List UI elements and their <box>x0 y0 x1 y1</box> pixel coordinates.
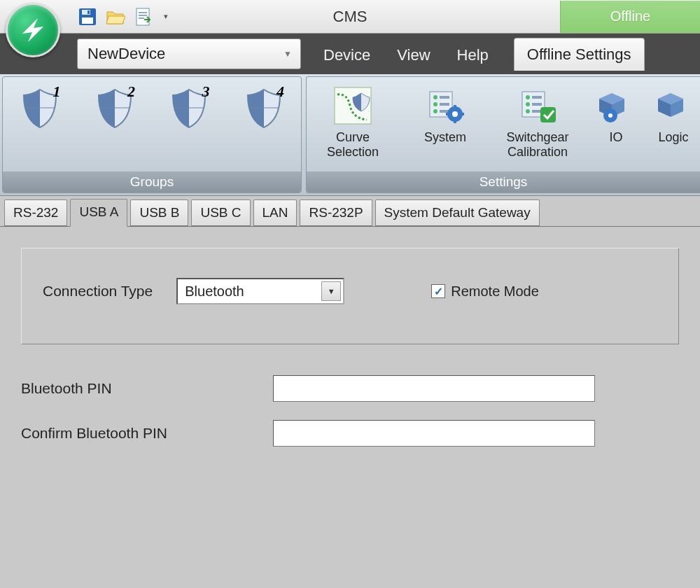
tab-help[interactable]: Help <box>456 41 490 70</box>
connection-type-combo[interactable]: Bluetooth ▼ <box>176 278 344 304</box>
ribbon-caption-groups: Groups <box>3 172 301 192</box>
ribbon: 1 2 3 <box>0 74 700 196</box>
subtab-rs232[interactable]: RS-232 <box>4 200 67 226</box>
app-title: CMS <box>333 8 368 26</box>
chevron-down-icon: ▼ <box>284 49 292 59</box>
svg-point-20 <box>526 95 530 99</box>
tab-device[interactable]: Device <box>322 41 372 70</box>
svg-rect-26 <box>540 107 556 122</box>
svg-rect-21 <box>532 96 542 99</box>
connection-type-label: Connection Type <box>43 283 153 300</box>
status-badge: Offline <box>560 1 700 33</box>
switchgear-icon <box>518 86 557 125</box>
ribbon-group-groups: 1 2 3 <box>2 76 302 193</box>
ribbon-caption-settings: Settings <box>307 172 700 192</box>
subtab-usb-a[interactable]: USB A <box>70 199 127 227</box>
svg-point-14 <box>452 111 458 117</box>
svg-rect-10 <box>440 103 449 106</box>
io-icon <box>596 86 636 125</box>
quick-access-toolbar: ▾ <box>77 6 171 27</box>
system-icon <box>426 86 465 125</box>
confirm-pin-input[interactable] <box>273 420 595 447</box>
group-1[interactable]: 1 <box>7 83 74 130</box>
svg-point-7 <box>433 95 438 99</box>
bolt-icon <box>17 14 49 46</box>
menu-tabs: Device View Help Offline Settings <box>322 34 645 74</box>
save-button[interactable] <box>77 6 98 27</box>
svg-point-28 <box>608 113 612 118</box>
remote-mode-label: Remote Mode <box>451 284 539 300</box>
remote-mode-checkbox[interactable]: ✓ Remote Mode <box>431 284 539 300</box>
open-button[interactable] <box>105 6 126 27</box>
svg-point-11 <box>433 109 438 113</box>
connection-type-value: Bluetooth <box>185 284 244 300</box>
content-panel: Connection Type Bluetooth ▼ ✓ Remote Mod… <box>0 227 700 588</box>
group-3[interactable]: 3 <box>156 83 223 130</box>
app-button[interactable] <box>6 3 60 57</box>
device-selector[interactable]: NewDevice ▼ <box>77 38 301 69</box>
svg-rect-25 <box>532 110 542 113</box>
subtab-usb-b[interactable]: USB B <box>130 200 188 226</box>
svg-rect-2 <box>82 18 93 24</box>
svg-rect-8 <box>440 96 449 99</box>
chevron-down-icon: ▼ <box>321 281 341 301</box>
subtab-gateway[interactable]: System Default Gateway <box>375 200 540 226</box>
confirm-pin-row: Confirm Bluetooth PIN <box>21 420 679 447</box>
connection-fieldset: Connection Type Bluetooth ▼ ✓ Remote Mod… <box>21 248 679 344</box>
ribbon-group-settings: Curve Selection System <box>306 76 700 193</box>
bluetooth-pin-label: Bluetooth PIN <box>21 380 273 397</box>
svg-rect-3 <box>88 10 90 14</box>
switchgear-calibration-button[interactable]: Switchgear Calibration <box>496 83 580 160</box>
subtab-lan[interactable]: LAN <box>253 200 298 226</box>
group-2[interactable]: 2 <box>82 83 148 130</box>
device-selector-value: NewDevice <box>88 45 165 63</box>
subtab-usb-c[interactable]: USB C <box>191 200 250 226</box>
title-bar: ▾ CMS Offline <box>0 0 700 34</box>
io-button[interactable]: IO <box>588 83 644 145</box>
svg-point-9 <box>433 102 438 106</box>
export-button[interactable] <box>133 6 154 27</box>
curve-icon <box>333 86 372 125</box>
system-button[interactable]: System <box>403 83 487 145</box>
curve-selection-button[interactable]: Curve Selection <box>311 83 395 160</box>
logic-icon <box>658 86 689 125</box>
checkbox-icon: ✓ <box>431 284 445 298</box>
bluetooth-pin-input[interactable] <box>273 375 595 402</box>
confirm-pin-label: Confirm Bluetooth PIN <box>21 425 273 442</box>
group-4[interactable]: 4 <box>231 83 298 130</box>
doc-arrow-icon <box>134 7 153 27</box>
subtabs: RS-232 USB A USB B USB C LAN RS-232P Sys… <box>0 196 700 227</box>
qat-customize-dropdown[interactable]: ▾ <box>161 12 171 21</box>
menu-bar: NewDevice ▼ Device View Help Offline Set… <box>0 34 700 74</box>
tab-view[interactable]: View <box>396 41 431 70</box>
floppy-icon <box>78 8 97 26</box>
folder-icon <box>106 8 125 26</box>
svg-point-22 <box>526 102 530 106</box>
pin-row: Bluetooth PIN <box>21 375 679 402</box>
svg-point-24 <box>526 109 530 113</box>
logic-button[interactable]: Logic <box>652 83 694 145</box>
tab-offline-settings[interactable]: Offline Settings <box>514 38 645 71</box>
svg-rect-23 <box>532 103 542 106</box>
subtab-rs232p[interactable]: RS-232P <box>300 200 372 226</box>
